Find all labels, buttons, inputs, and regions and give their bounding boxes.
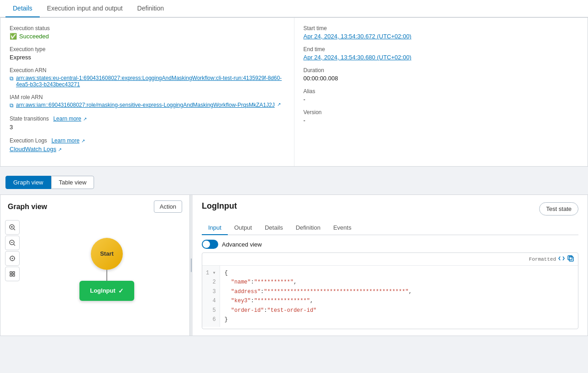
copy-code-btn[interactable] (567, 255, 574, 263)
tab-details[interactable]: Details (5, 0, 40, 17)
execution-logs-learn-more[interactable]: Learn more (52, 137, 79, 144)
code-view-toggle-btn[interactable] (558, 255, 565, 263)
bottom-split-panel: Graph view Action (0, 194, 588, 336)
graph-panel: Graph view Action (0, 195, 190, 336)
code-content: { "name": "**********", "address": "****… (220, 266, 578, 327)
version-label: Version (304, 109, 579, 116)
test-state-button[interactable]: Test state (539, 202, 578, 215)
loginput-title: LogInput (202, 201, 237, 211)
code-line-3: "address": "****************************… (225, 287, 573, 296)
copy-iam-icon[interactable]: ⧉ (10, 102, 14, 109)
state-transitions-value: 3 (10, 124, 285, 131)
state-transitions-label: State transitions (10, 116, 49, 122)
details-right-column: Start time Apr 24, 2024, 13:54:30.672 (U… (294, 18, 588, 166)
code-line-1: { (225, 268, 573, 278)
execution-arn-label: Execution ARN (10, 67, 285, 74)
code-body: 1 ▾ 2 3 4 5 6 { "name": "**********", "a… (202, 266, 578, 327)
advanced-view-toggle[interactable] (202, 240, 218, 249)
execution-status-label: Execution status (10, 25, 285, 32)
end-time-value: Apr 24, 2024, 13:54:30.680 (UTC+02:00) (304, 54, 412, 61)
start-time-value: Apr 24, 2024, 13:54:30.672 (UTC+02:00) (304, 33, 412, 40)
tab-input[interactable]: Input (202, 221, 228, 235)
svg-rect-13 (10, 272, 12, 273)
end-time-label: End time (304, 46, 579, 53)
execution-arn-row: Execution ARN ⧉ arn:aws:states:eu-centra… (10, 67, 285, 88)
connector-line (106, 270, 107, 281)
alias-value: - (304, 96, 579, 103)
top-tab-bar: Details Execution input and output Defin… (0, 0, 588, 17)
success-check-icon: ✅ (10, 33, 17, 40)
version-row: Version - (304, 109, 579, 124)
code-line-4: "key3": "***************", (225, 296, 573, 305)
details-section: Execution status ✅ Succeeded Execution t… (0, 17, 588, 167)
svg-point-8 (12, 258, 13, 259)
graph-panel-header: Graph view Action (0, 195, 189, 216)
code-line-6: } (225, 315, 573, 324)
loginput-node[interactable]: LogInput ✓ (79, 281, 134, 301)
graph-tools (0, 216, 24, 336)
code-header: Formatted (202, 253, 578, 266)
view-toggle-wrap: Graph view Table view (0, 167, 588, 194)
table-view-btn[interactable]: Table view (51, 176, 94, 189)
iam-role-arn-value[interactable]: arn:aws:iam::690431608027:role/masking-s… (16, 102, 275, 108)
tab-execution-input-output[interactable]: Execution input and output (40, 0, 130, 17)
execution-logs-external-icon[interactable]: ↗ (81, 138, 85, 143)
right-panel: LogInput Test state Input Output Details… (193, 195, 588, 336)
iam-role-arn-label: IAM role ARN (10, 94, 285, 100)
start-time-row: Start time Apr 24, 2024, 13:54:30.672 (U… (304, 25, 579, 40)
fit-btn[interactable] (5, 267, 20, 281)
tab-output[interactable]: Output (228, 221, 258, 235)
tab-details[interactable]: Details (258, 221, 289, 235)
execution-status-row: Execution status ✅ Succeeded (10, 25, 285, 40)
execution-type-value: Express (10, 54, 285, 61)
execution-arn-value[interactable]: arn:aws:states:eu-central-1:690431608027… (16, 75, 285, 88)
panel-top-row: LogInput Test state (202, 201, 578, 216)
inner-tab-bar: Input Output Details Definition Events (202, 221, 578, 235)
external-link-icon[interactable]: ↗ (277, 102, 281, 107)
tab-definition[interactable]: Definition (130, 0, 171, 17)
zoom-out-btn[interactable] (5, 236, 20, 250)
zoom-in-btn[interactable] (5, 220, 20, 235)
code-line-5: "order-id": "test-order-id" (225, 306, 573, 315)
line-numbers: 1 ▾ 2 3 4 5 6 (202, 266, 220, 327)
cloudwatch-logs-external-icon[interactable]: ↗ (58, 147, 62, 152)
state-transitions-row: State transitions Learn more ↗ 3 (10, 115, 285, 131)
duration-value: 00:00:00.008 (304, 75, 579, 82)
svg-rect-16 (13, 274, 15, 276)
iam-role-arn-row: IAM role ARN ⧉ arn:aws:iam::690431608027… (10, 94, 285, 109)
start-node[interactable]: Start (91, 238, 123, 270)
code-editor: Formatted 1 ▾ 2 3 4 5 6 (202, 252, 578, 329)
execution-type-label: Execution type (10, 46, 285, 53)
graph-canvas: Start LogInput ✓ (24, 216, 189, 336)
actions-button[interactable]: Action (154, 200, 182, 213)
duration-row: Duration 00:00:00.008 (304, 67, 579, 82)
tab-definition[interactable]: Definition (289, 221, 327, 235)
svg-line-6 (14, 244, 15, 246)
learn-more-external-icon[interactable]: ↗ (83, 116, 87, 121)
execution-logs-label: Execution Logs (10, 137, 47, 144)
formatted-label: Formatted (529, 257, 556, 262)
version-value: - (304, 117, 579, 124)
start-time-label: Start time (304, 25, 579, 32)
view-toggle: Graph view Table view (5, 170, 583, 194)
svg-rect-14 (13, 272, 15, 273)
state-transitions-learn-more[interactable]: Learn more (53, 116, 81, 122)
svg-rect-17 (569, 257, 573, 261)
alias-label: Alias (304, 88, 579, 95)
end-time-row: End time Apr 24, 2024, 13:54:30.680 (UTC… (304, 46, 579, 61)
recenter-btn[interactable] (5, 251, 20, 266)
graph-view-btn[interactable]: Graph view (5, 176, 51, 189)
tab-events[interactable]: Events (327, 221, 358, 235)
details-left-column: Execution status ✅ Succeeded Execution t… (0, 18, 294, 166)
copy-arn-icon[interactable]: ⧉ (10, 75, 14, 82)
execution-logs-row: Execution Logs Learn more ↗ CloudWatch L… (10, 137, 285, 152)
cloudwatch-logs-link[interactable]: CloudWatch Logs (10, 146, 56, 152)
svg-rect-15 (10, 274, 12, 276)
advanced-view-label: Advanced view (222, 241, 262, 248)
duration-label: Duration (304, 67, 579, 74)
code-line-2: "name": "**********", (225, 278, 573, 287)
advanced-view-row: Advanced view (202, 240, 578, 249)
alias-row: Alias - (304, 88, 579, 103)
svg-line-3 (14, 229, 15, 230)
graph-panel-title: Graph view (8, 203, 47, 211)
